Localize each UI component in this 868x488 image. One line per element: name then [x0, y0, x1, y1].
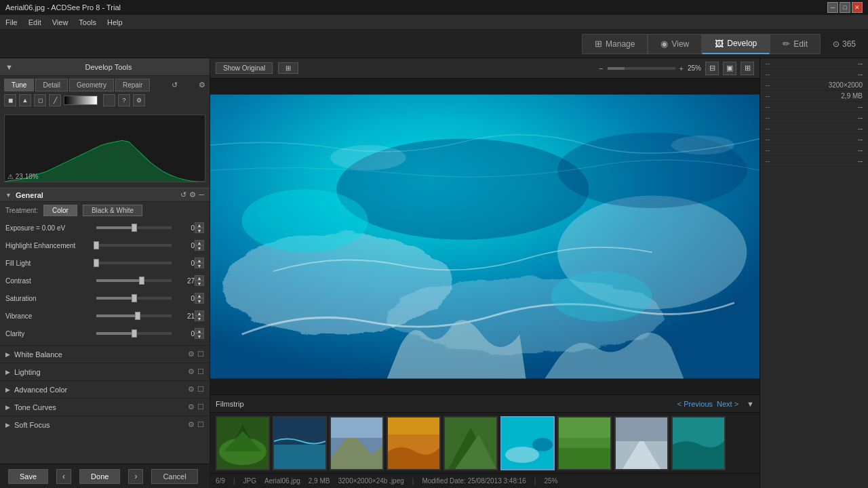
white-balance-check[interactable]: ☐	[197, 350, 204, 359]
menu-file[interactable]: File	[5, 18, 18, 26]
cancel-button[interactable]: Cancel	[151, 469, 197, 484]
saturation-up[interactable]: ▲	[195, 293, 204, 298]
general-toggle[interactable]: ▼	[5, 192, 12, 199]
advanced-color-header[interactable]: ▶ Advanced Color ⚙ ☐	[0, 381, 210, 398]
treatment-color-btn[interactable]: Color	[43, 205, 77, 216]
tab-repair[interactable]: Repair	[115, 79, 150, 92]
filllight-thumb[interactable]	[94, 259, 99, 267]
save-button[interactable]: Save	[8, 469, 48, 484]
brush-tool[interactable]: ◻	[34, 94, 46, 106]
filmstrip-thumb-7[interactable]	[557, 416, 612, 470]
tone-curves-gear[interactable]: ⚙	[188, 403, 195, 411]
filmstrip-thumb-2[interactable]	[273, 416, 327, 470]
exposure-thumb[interactable]	[132, 224, 137, 232]
refresh-icon[interactable]: ↺	[172, 81, 178, 89]
highlight-spinner[interactable]: ▲ ▼	[195, 240, 204, 251]
tone-curves-header[interactable]: ▶ Tone Curves ⚙ ☐	[0, 399, 210, 415]
filllight-spinner[interactable]: ▲ ▼	[195, 258, 204, 268]
highlight-up[interactable]: ▲	[195, 240, 204, 245]
view-single-button[interactable]: ▣	[723, 62, 736, 75]
saturation-spinner[interactable]: ▲ ▼	[195, 293, 204, 304]
advanced-color-gear[interactable]: ⚙	[188, 385, 195, 394]
zoom-plus-icon[interactable]: +	[679, 64, 684, 73]
develop-tools-arrow[interactable]: ▼	[5, 63, 13, 71]
filmstrip-thumb-9[interactable]	[671, 416, 726, 470]
treatment-bw-btn[interactable]: Black & White	[83, 205, 142, 216]
zoom-minus-icon[interactable]: −	[599, 64, 603, 73]
saturation-down[interactable]: ▼	[195, 298, 204, 304]
soft-focus-header[interactable]: ▶ Soft Focus ⚙ ☐	[0, 416, 210, 433]
clarity-spinner[interactable]: ▲ ▼	[195, 328, 204, 339]
soft-focus-check[interactable]: ☐	[197, 420, 204, 429]
filmstrip-thumb-1[interactable]	[216, 416, 270, 470]
contrast-thumb[interactable]	[139, 277, 144, 285]
menu-tools[interactable]: Tools	[79, 18, 96, 26]
clarity-thumb[interactable]	[132, 329, 137, 338]
filmstrip-next-button[interactable]: Next >	[717, 400, 738, 408]
lighting-check[interactable]: ☐	[197, 367, 204, 376]
filmstrip-thumb-6[interactable]	[500, 416, 555, 470]
vibrance-track[interactable]	[96, 314, 172, 317]
menu-edit[interactable]: Edit	[28, 18, 41, 26]
zoom-slider[interactable]	[608, 67, 675, 70]
view-split-button[interactable]: ⊞	[741, 62, 754, 75]
exposure-track[interactable]	[96, 226, 172, 229]
filmstrip-expand-icon[interactable]: ▼	[747, 400, 754, 408]
lighting-gear[interactable]: ⚙	[188, 367, 195, 376]
mountain-tool[interactable]: ▲	[19, 94, 31, 106]
tab-edit[interactable]: ✏ Edit	[770, 34, 821, 54]
exposure-spinner[interactable]: ▲ ▼	[195, 222, 204, 233]
done-button[interactable]: Done	[79, 469, 120, 484]
settings-icon[interactable]: ⚙	[133, 94, 145, 106]
clarity-up[interactable]: ▲	[195, 328, 204, 333]
tab-detail[interactable]: Detail	[35, 79, 68, 92]
white-balance-gear[interactable]: ⚙	[188, 350, 195, 359]
tab-view[interactable]: ◉ View	[648, 34, 702, 54]
highlight-thumb[interactable]	[94, 241, 99, 249]
highlight-track[interactable]	[96, 244, 172, 247]
advanced-color-check[interactable]: ☐	[197, 385, 204, 394]
minimize-button[interactable]: ─	[827, 2, 838, 13]
gear-icon[interactable]: ⚙	[199, 81, 205, 89]
general-gear-icon[interactable]: ⚙	[189, 190, 196, 199]
filmstrip-prev-button[interactable]: < Previous	[677, 400, 713, 408]
prev-nav-button[interactable]: ‹	[56, 469, 71, 484]
lighting-header[interactable]: ▶ Lighting ⚙ ☐	[0, 363, 210, 380]
filllight-up[interactable]: ▲	[195, 258, 204, 263]
saturation-thumb[interactable]	[132, 294, 137, 302]
filllight-down[interactable]: ▼	[195, 263, 204, 268]
menu-view[interactable]: View	[52, 18, 68, 26]
zoom-fit-button[interactable]: ⊟	[705, 62, 719, 75]
contrast-spinner[interactable]: ▲ ▼	[195, 275, 204, 286]
filmstrip-thumb-3[interactable]	[330, 416, 384, 470]
tab-manage[interactable]: ⊞ Manage	[582, 34, 648, 54]
filmstrip-thumb-4[interactable]	[387, 416, 441, 470]
eyedropper-tool[interactable]: ◼	[4, 94, 16, 106]
clarity-track[interactable]	[96, 332, 172, 335]
vibrance-up[interactable]: ▲	[195, 310, 204, 316]
tab-tune[interactable]: Tune	[4, 79, 34, 92]
general-refresh-icon[interactable]: ↺	[180, 190, 186, 199]
compare-button[interactable]: ⊞	[278, 62, 298, 74]
line-tool[interactable]: ╱	[49, 94, 61, 106]
tab-geometry[interactable]: Geometry	[69, 79, 114, 92]
vibrance-down[interactable]: ▼	[195, 316, 204, 321]
filllight-track[interactable]	[96, 262, 172, 264]
highlight-down[interactable]: ▼	[195, 245, 204, 251]
contrast-down[interactable]: ▼	[195, 281, 204, 286]
close-button[interactable]: ✕	[852, 2, 863, 13]
contrast-track[interactable]	[96, 279, 172, 282]
exposure-up[interactable]: ▲	[195, 222, 204, 228]
tab-develop[interactable]: 🖼 Develop	[702, 34, 770, 54]
tone-curves-check[interactable]: ☐	[197, 403, 204, 411]
white-balance-header[interactable]: ▶ White Balance ⚙ ☐	[0, 346, 210, 363]
vibrance-spinner[interactable]: ▲ ▼	[195, 310, 204, 321]
maximize-button[interactable]: □	[840, 2, 850, 13]
vibrance-thumb[interactable]	[135, 312, 140, 320]
show-original-button[interactable]: Show Original	[216, 62, 273, 74]
filmstrip-thumb-5[interactable]	[443, 416, 498, 470]
help-icon[interactable]: ?	[118, 94, 130, 106]
soft-focus-gear[interactable]: ⚙	[188, 420, 195, 429]
filmstrip-thumb-8[interactable]	[614, 416, 669, 470]
contrast-up[interactable]: ▲	[195, 275, 204, 281]
